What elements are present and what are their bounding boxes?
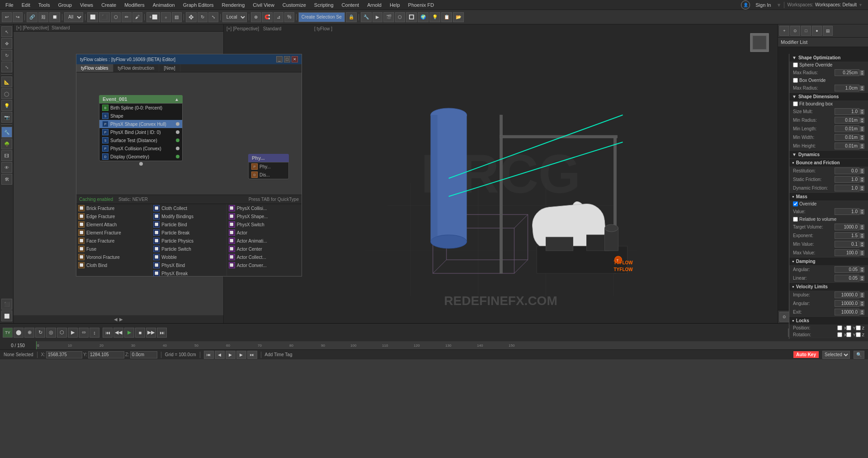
box-max-radius-input[interactable] [835,85,859,91]
menu-create[interactable]: Create [98,1,120,9]
asset-actor-center[interactable]: ⬜ Actor Center [227,245,302,253]
rot-z-check[interactable] [856,332,861,337]
tool-bottom2[interactable]: ⬜ [1,310,12,321]
menu-graph-editors[interactable]: Graph Editors [179,1,217,9]
asset-cloth-collect[interactable]: ⬜ Cloth Collect [151,204,226,212]
tool-cameras[interactable]: 📷 [1,112,12,123]
asset-actor[interactable]: ⬜ Actor [227,229,302,237]
render-elements-btn[interactable]: 🔳 [406,12,417,22]
anim-tool7[interactable]: ⬄ [79,328,89,338]
asset-voronoi-fracture[interactable]: ⬜ Voronoi Fracture [76,253,151,261]
tyflow-minimize-btn[interactable]: _ [276,56,283,62]
asset-physx-collision[interactable]: ⬜ PhysX Collisi... [227,204,302,212]
paint-select-btn[interactable]: 🖌 [132,12,142,22]
dynamic-friction-down[interactable]: ▼ [860,188,864,191]
tyflow-tab-new[interactable]: [New] [159,64,180,72]
min-height-input[interactable] [835,143,859,149]
rp-bot1-btn[interactable]: ⊙ [779,312,789,322]
mass-value-input[interactable] [835,208,859,215]
tool-scale[interactable]: ⤡ [1,62,12,72]
restitution-down[interactable]: ▼ [860,171,864,174]
menu-civil-view[interactable]: Civil View [249,1,278,9]
mass-value-down[interactable]: ▼ [860,212,864,215]
light-lister-btn[interactable]: 💡 [429,12,440,22]
status-prev-btn[interactable]: ⏮ [204,351,214,359]
anim-tool6[interactable]: ▶ [68,328,78,338]
asset-actor-collect[interactable]: ⬜ Actor Collect... [227,253,302,261]
asset-element-fracture[interactable]: ⬜ Element Fracture [76,229,151,237]
static-friction-down[interactable]: ▼ [860,180,864,182]
sign-in-btn[interactable]: Sign In [752,1,774,9]
min-radius-down[interactable]: ▼ [860,120,864,123]
redo-btn[interactable]: ↪ [13,12,23,22]
restitution-input[interactable] [835,167,859,174]
asset-physx-bind[interactable]: ⬜ PhysX Bind [151,261,226,269]
anim-tool2[interactable]: ⊕ [24,328,34,338]
pos-y-check[interactable] [846,325,851,330]
asset-physx-break[interactable]: ⬜ PhysX Break [151,269,226,276]
event-node-collapse[interactable]: ▲ [175,97,179,102]
z-coord-input[interactable] [130,351,157,358]
size-mult-input[interactable] [835,108,859,115]
node-row-surface[interactable]: S Surface Test (Distance) [99,136,182,144]
pos-z-check[interactable] [856,325,861,330]
menu-arnold[interactable]: Arnold [363,1,385,9]
status-search-btn[interactable]: 🔍 [854,351,864,359]
rp-mode1-btn[interactable]: ⊙ [790,26,800,36]
node-row-birth[interactable]: B Birth Spline (0-0: Percent) [99,104,182,112]
tyflow-tab-destruction[interactable]: tyFlow destruction [113,64,160,72]
anim-tool1[interactable]: ⬤ [14,328,24,338]
tool-move[interactable]: ✥ [1,38,12,49]
scroll-left-btn[interactable]: ◀ [114,317,118,322]
event-node[interactable]: Event_001 ▲ B Birth Spline (0-0: Percent… [99,95,183,166]
environments-btn[interactable]: 🌍 [418,12,429,22]
tool-rotate[interactable]: ↻ [1,50,12,61]
min-width-input[interactable] [835,134,859,141]
timeline-ruler[interactable]: 0 10 20 30 40 50 60 70 80 90 100 110 120… [36,341,868,349]
status-play-btn[interactable]: ▶ [226,351,236,359]
menu-content[interactable]: Content [338,1,363,9]
mv-down[interactable]: ▼ [860,244,864,247]
asset-edge-fracture[interactable]: ⬜ Edge Fracture [76,212,151,220]
fence-select-btn[interactable]: ⬡ [111,12,121,22]
move-btn[interactable]: ✥ [186,12,197,22]
rp-mode2-btn[interactable]: □ [801,26,811,36]
select-mode-dropdown[interactable]: All [64,12,83,22]
menu-animation[interactable]: Animation [149,1,179,9]
sphere-max-radius-input[interactable] [835,69,859,76]
shape-optimization-header[interactable]: ▼ Shape Optimization [789,54,868,62]
rp-mode3-btn[interactable]: ● [812,26,822,36]
status-next-btn[interactable]: ⏭ [247,351,257,359]
exp-down[interactable]: ▼ [860,236,864,239]
anim-tool3[interactable]: ↻ [35,328,45,338]
region-select-btn[interactable]: ⬛ [99,12,110,22]
menu-phoenix-fd[interactable]: Phoenix FD [405,1,438,9]
status-next-key-btn[interactable]: ▶ [236,351,246,359]
anim-tool8[interactable]: ↕ [90,328,99,338]
collisions-header[interactable]: ▼ Collisions [789,339,868,339]
rp-mode4-btn[interactable]: ▤ [823,26,833,36]
menu-edit[interactable]: Edit [18,1,34,9]
min-length-input[interactable] [835,125,859,132]
tool-create[interactable]: 📐 [1,76,12,87]
quick-render-btn[interactable]: ▶ [373,12,382,22]
menu-customize[interactable]: Customize [279,1,310,9]
mass-override-check[interactable] [793,201,798,206]
scroll-right-btn[interactable]: ▶ [119,317,123,322]
menu-modifiers[interactable]: Modifiers [121,1,148,9]
asset-cloth-bind[interactable]: ⬜ Cloth Bind [76,261,151,269]
asset-fuse[interactable]: ⬜ Fuse [76,245,151,253]
velocity-limits-header[interactable]: ● Velocity Limits [789,283,868,291]
y-coord-input[interactable] [88,351,124,358]
bounce-friction-header[interactable]: ● Bounce and Friction [789,159,868,167]
sphere-override-check[interactable] [793,62,798,67]
exponent-input[interactable] [835,232,859,239]
box-override-check[interactable] [793,78,798,83]
status-prev-key-btn[interactable]: ◀ [215,351,225,359]
prev-key-btn[interactable]: ◀◀ [113,328,123,338]
ang-vel-down[interactable]: ▼ [860,304,864,306]
asset-particle-physics[interactable]: ⬜ Particle Physics [151,237,226,245]
asset-physx-shape[interactable]: ⬜ PhysX Shape... [227,212,302,220]
impulse-input[interactable] [835,291,859,298]
node-row-physx-bind[interactable]: P PhysX Bind (Joint | ID: 0) [99,128,182,136]
